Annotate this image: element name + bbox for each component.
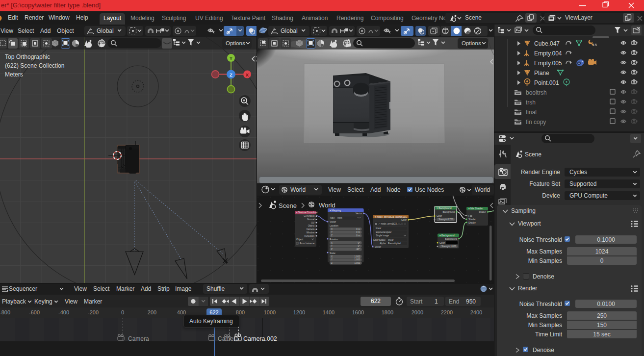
svg-text:Y: Y	[230, 55, 233, 61]
svg-text:1.000: 1.000	[355, 258, 361, 261]
svg-text:1400: 1400	[323, 309, 335, 315]
svg-text:Strength: Strength	[441, 245, 450, 248]
svg-text:(622) Scene Collection: (622) Scene Collection	[5, 62, 64, 69]
svg-text:Reflection: Reflection	[305, 235, 315, 237]
svg-text:Premultiplied: Premultiplied	[388, 242, 401, 245]
svg-text:Shader: Shader	[468, 222, 476, 224]
svg-text:-600: -600	[29, 309, 40, 315]
svg-text:Fac: Fac	[468, 215, 472, 217]
svg-text:Single Image: Single Image	[376, 234, 389, 237]
svg-text:Rotation:: Rotation:	[330, 238, 338, 241]
svg-text:Empty.005: Empty.005	[534, 60, 562, 67]
svg-text:Window: Window	[307, 231, 315, 234]
svg-text:Point.001: Point.001	[534, 79, 559, 86]
svg-text:2000: 2000	[412, 309, 423, 315]
svg-text:Location:: Location:	[330, 225, 339, 227]
svg-text:final: final	[526, 109, 537, 116]
svg-text:Type:: Type:	[330, 217, 335, 219]
svg-text:Color Space: Color Space	[373, 239, 386, 241]
svg-text:-200: -200	[88, 309, 99, 315]
svg-text:Shader: Shader	[468, 218, 476, 221]
svg-text:Z: Z	[331, 262, 333, 264]
svg-text:▾ Mix Shader: ▾ Mix Shader	[468, 207, 483, 210]
svg-text:1200: 1200	[293, 309, 305, 315]
svg-text:0.700: 0.700	[448, 218, 454, 221]
svg-text:15: 15	[592, 43, 597, 47]
svg-text:Vector: Vector	[356, 212, 362, 215]
svg-text:Object: Object	[308, 225, 315, 227]
svg-text:Empty.004: Empty.004	[534, 50, 562, 57]
svg-text:X: X	[331, 242, 333, 244]
svg-text:Equirectangular: Equirectangular	[376, 231, 392, 233]
svg-text:-400: -400	[58, 309, 69, 315]
svg-text:1.000: 1.000	[355, 255, 361, 258]
svg-text:Y: Y	[331, 231, 333, 233]
svg-text:1.000: 1.000	[355, 262, 361, 264]
svg-text:-90°: -90°	[356, 248, 361, 251]
svg-text:Plane: Plane	[534, 70, 549, 76]
svg-text:200: 200	[148, 309, 156, 315]
svg-text:Alpha: Alpha	[380, 242, 386, 245]
svg-text:Normal: Normal	[307, 218, 314, 221]
svg-text:1600: 1600	[352, 309, 364, 315]
svg-text:0 m: 0 m	[356, 228, 360, 230]
svg-text:1000: 1000	[264, 309, 276, 315]
svg-text:X: X	[331, 228, 333, 230]
svg-text:0: 0	[121, 309, 124, 315]
svg-text:Meters: Meters	[5, 71, 23, 78]
svg-text:Camera.002: Camera.002	[243, 335, 277, 342]
svg-text:▾ Background: ▾ Background	[439, 234, 455, 237]
svg-text:Color: Color	[439, 242, 445, 244]
svg-text:X: X	[246, 72, 249, 77]
svg-text:2200: 2200	[441, 309, 453, 315]
svg-text:Background: Background	[442, 211, 455, 213]
svg-text:Color: Color	[437, 215, 442, 217]
svg-text:Strength: Strength	[438, 218, 447, 221]
svg-text:Y: Y	[331, 245, 333, 247]
svg-text:▾ Background: ▾ Background	[437, 206, 452, 209]
svg-text:Vector: Vector	[375, 246, 381, 248]
svg-text:Z: Z	[331, 234, 333, 237]
svg-text:Camera: Camera	[128, 335, 149, 342]
svg-text:1.000: 1.000	[451, 245, 457, 248]
svg-text:0 m: 0 m	[356, 234, 360, 237]
svg-text:Y: Y	[331, 258, 333, 261]
svg-text:Background: Background	[445, 238, 457, 240]
svg-text:▾ Mapping: ▾ Mapping	[330, 209, 341, 212]
svg-text:Generated: Generated	[304, 215, 314, 217]
svg-text:0°: 0°	[358, 245, 361, 247]
svg-text:booltrsh: booltrsh	[526, 89, 547, 96]
svg-text:Scale:: Scale:	[330, 252, 336, 254]
svg-text:From Instancer: From Instancer	[300, 242, 315, 245]
svg-text:Cube.047: Cube.047	[534, 40, 560, 47]
svg-text:Object: Object	[296, 238, 303, 241]
svg-text:trsh: trsh	[526, 99, 536, 106]
svg-text:fin copy: fin copy	[526, 119, 546, 126]
svg-text:Shader: Shader	[479, 211, 486, 213]
svg-text:▾ mode_prev@23_jdchdr.001: ▾ mode_prev@23_jdchdr.001	[375, 215, 407, 218]
svg-text:2400: 2400	[470, 309, 482, 315]
svg-text:▾ Texture Coordinat: ▾ Texture Coordinat	[296, 211, 318, 214]
svg-text:Camera: Camera	[307, 228, 315, 230]
svg-text:1800: 1800	[382, 309, 393, 315]
svg-text:X: X	[331, 255, 333, 258]
svg-text:Color: Color	[401, 219, 407, 221]
svg-text:Point: Point	[337, 217, 342, 219]
svg-text:-800: -800	[0, 309, 10, 315]
svg-text:Z: Z	[230, 72, 232, 77]
svg-text:linear: linear	[376, 227, 382, 229]
svg-text:Vector: Vector	[330, 221, 336, 223]
svg-text:0 m: 0 m	[356, 231, 360, 233]
svg-text:Z: Z	[331, 248, 333, 251]
svg-text:UV: UV	[311, 222, 315, 224]
svg-text:0°: 0°	[358, 242, 361, 244]
svg-text:linear: linear	[388, 239, 394, 241]
svg-text:Top Orthographic: Top Orthographic	[5, 53, 50, 60]
